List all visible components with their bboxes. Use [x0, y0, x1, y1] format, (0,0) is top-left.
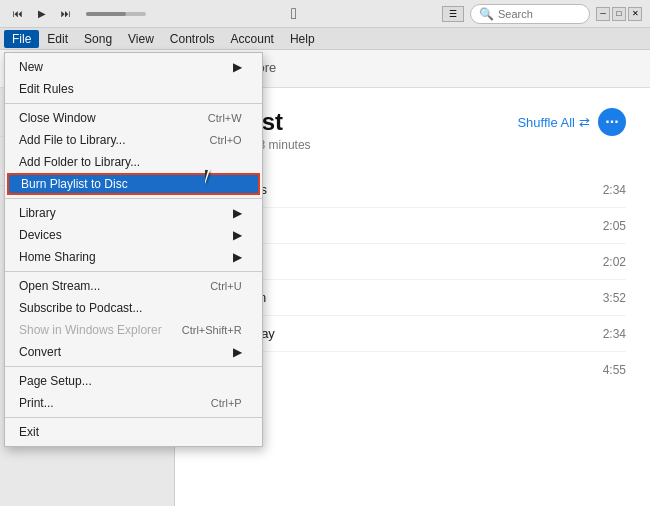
dd-print[interactable]: Print... Ctrl+P — [5, 392, 262, 414]
search-icon: 🔍 — [479, 7, 494, 21]
arrow-icon-convert: ▶ — [233, 345, 242, 359]
song-duration-2: 2:05 — [603, 219, 626, 233]
volume-slider[interactable] — [86, 12, 146, 16]
shortcut-add-file: Ctrl+O — [210, 134, 242, 146]
arrow-icon-library: ▶ — [233, 206, 242, 220]
search-box: 🔍 — [470, 4, 590, 24]
dd-page-setup[interactable]: Page Setup... — [5, 370, 262, 392]
song-row-1[interactable]: Better Days 2:34 — [199, 172, 626, 208]
arrow-icon-home-sharing: ▶ — [233, 250, 242, 264]
dd-edit-rules[interactable]: Edit Rules — [5, 78, 262, 100]
transport-controls: ⏮ ▶ ⏭ — [8, 6, 76, 22]
arrow-icon-devices: ▶ — [233, 228, 242, 242]
title-bar: ⏮ ▶ ⏭  ☰ 🔍 ─ □ ✕ — [0, 0, 650, 28]
dd-open-stream[interactable]: Open Stream... Ctrl+U — [5, 275, 262, 297]
separator-4 — [5, 366, 262, 367]
dd-close-window[interactable]: Close Window Ctrl+W — [5, 107, 262, 129]
dd-library[interactable]: Library ▶ — [5, 202, 262, 224]
song-row-3[interactable]: Friend 2:02 — [199, 244, 626, 280]
song-list: Better Days 2:34 Buddy 2:05 Friend 2:02 … — [199, 172, 626, 387]
dd-devices[interactable]: Devices ▶ — [5, 224, 262, 246]
window-controls: ─ □ ✕ — [596, 7, 642, 21]
playlist-actions: Shuffle All ⇄ ··· — [517, 108, 626, 136]
song-duration-5: 2:34 — [603, 327, 626, 341]
dd-burn-playlist[interactable]: Burn Playlist to Disc — [7, 173, 260, 195]
song-row-4[interactable]: Once Again 3:52 — [199, 280, 626, 316]
dd-add-file[interactable]: Add File to Library... Ctrl+O — [5, 129, 262, 151]
dd-new[interactable]: New ▶ — [5, 56, 262, 78]
dd-subscribe-podcast[interactable]: Subscribe to Podcast... — [5, 297, 262, 319]
shortcut-show-windows: Ctrl+Shift+R — [182, 324, 242, 336]
menu-item-file[interactable]: File New ▶ Edit Rules Close Window Ctrl+… — [4, 30, 39, 48]
shuffle-icon: ⇄ — [579, 115, 590, 130]
dd-exit[interactable]: Exit — [5, 421, 262, 443]
playlist-header: Playlist 6 songs • 18 minutes Shuffle Al… — [199, 108, 626, 152]
play-button[interactable]: ▶ — [32, 6, 52, 22]
separator-5 — [5, 417, 262, 418]
file-dropdown-menu: New ▶ Edit Rules Close Window Ctrl+W Add… — [4, 52, 263, 447]
dd-convert[interactable]: Convert ▶ — [5, 341, 262, 363]
shuffle-all-button[interactable]: Shuffle All ⇄ — [517, 115, 590, 130]
shortcut-close: Ctrl+W — [208, 112, 242, 124]
song-row-6[interactable]: Tomorrow 4:55 — [199, 352, 626, 387]
more-options-button[interactable]: ··· — [598, 108, 626, 136]
arrow-icon: ▶ — [233, 60, 242, 74]
title-bar-right: ☰ 🔍 ─ □ ✕ — [442, 4, 642, 24]
menu-item-account[interactable]: Account — [223, 30, 282, 48]
shuffle-label: Shuffle All — [517, 115, 575, 130]
more-icon: ··· — [605, 113, 618, 131]
dd-home-sharing[interactable]: Home Sharing ▶ — [5, 246, 262, 268]
menu-bar: File New ▶ Edit Rules Close Window Ctrl+… — [0, 28, 650, 50]
forward-button[interactable]: ⏭ — [56, 6, 76, 22]
song-row-5[interactable]: Start the Day 2:34 — [199, 316, 626, 352]
rewind-button[interactable]: ⏮ — [8, 6, 28, 22]
menu-item-help[interactable]: Help — [282, 30, 323, 48]
shortcut-print: Ctrl+P — [211, 397, 242, 409]
apple-logo:  — [291, 5, 297, 23]
menu-item-view[interactable]: View — [120, 30, 162, 48]
volume-fill — [86, 12, 126, 16]
search-input[interactable] — [498, 8, 588, 20]
maximize-button[interactable]: □ — [612, 7, 626, 21]
separator-1 — [5, 103, 262, 104]
song-duration-3: 2:02 — [603, 255, 626, 269]
menu-item-edit[interactable]: Edit — [39, 30, 76, 48]
close-button[interactable]: ✕ — [628, 7, 642, 21]
menu-item-song[interactable]: Song — [76, 30, 120, 48]
shortcut-open-stream: Ctrl+U — [210, 280, 241, 292]
song-duration-1: 2:34 — [603, 183, 626, 197]
song-duration-6: 4:55 — [603, 363, 626, 377]
title-bar-center:  — [291, 5, 297, 23]
minimize-button[interactable]: ─ — [596, 7, 610, 21]
song-row-2[interactable]: Buddy 2:05 — [199, 208, 626, 244]
dd-show-windows-explorer: Show in Windows Explorer Ctrl+Shift+R — [5, 319, 262, 341]
title-bar-left: ⏮ ▶ ⏭ — [8, 6, 146, 22]
separator-3 — [5, 271, 262, 272]
dd-add-folder[interactable]: Add Folder to Library... — [5, 151, 262, 173]
list-view-icon[interactable]: ☰ — [442, 6, 464, 22]
song-duration-4: 3:52 — [603, 291, 626, 305]
separator-2 — [5, 198, 262, 199]
menu-item-controls[interactable]: Controls — [162, 30, 223, 48]
